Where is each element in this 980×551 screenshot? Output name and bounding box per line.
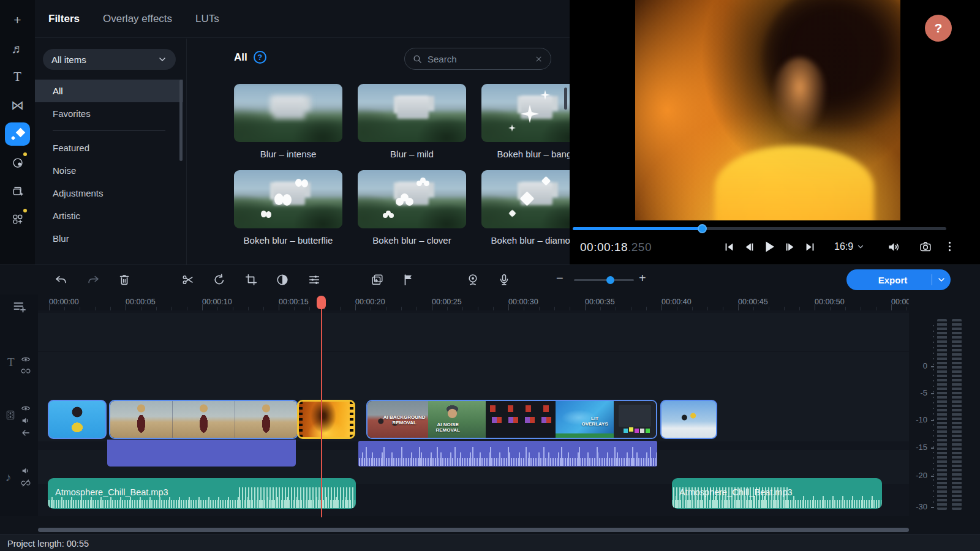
zoom-out-button[interactable]: − [556, 271, 564, 285]
sidebar-item-more-tools[interactable] [5, 208, 30, 231]
category-blur[interactable]: Blur [35, 227, 183, 250]
sidebar-item-audio[interactable]: ♬ [5, 37, 30, 60]
clip-frame: AI BACKGROUND REMOVAL [368, 401, 428, 438]
video-track-mute-icon[interactable] [21, 416, 31, 425]
crop-button[interactable] [244, 273, 258, 287]
chevron-down-icon [856, 242, 865, 251]
audio-clip-1[interactable]: Atmosphere_Chill_Beat.mp3 [48, 478, 356, 509]
bokeh-butterfly [261, 211, 266, 217]
video-clip-1[interactable] [48, 400, 107, 439]
category-noise[interactable]: Noise [35, 159, 183, 182]
filter-card[interactable]: Blur – intense [234, 84, 342, 159]
clip-properties-button[interactable] [307, 273, 321, 287]
category-list: All Favorites Featured Noise Adjustments… [35, 80, 183, 250]
help-circle-icon[interactable]: ? [254, 51, 266, 64]
grid-scrollbar[interactable] [564, 88, 567, 110]
voice-record-button[interactable] [497, 273, 511, 287]
timeline-zoom-slider[interactable] [574, 279, 634, 281]
sidebar-item-titles[interactable]: T [5, 65, 30, 88]
zoom-in-button[interactable]: + [639, 271, 646, 285]
filter-card[interactable]: Bokeh blur – butterflie [234, 170, 342, 246]
audio-clip-2[interactable]: Atmosphere_Chill_Beat.mp3 [672, 478, 882, 509]
audio-track-unlink-icon[interactable] [21, 478, 31, 488]
skip-to-start-button[interactable] [722, 239, 736, 254]
video-clip-2[interactable] [109, 400, 298, 439]
search-input[interactable] [428, 54, 519, 64]
meter-bar-right [952, 319, 962, 510]
snapshot-button[interactable] [919, 240, 932, 253]
audio-track-mute-icon[interactable] [21, 466, 31, 476]
collection-dropdown[interactable]: All items [43, 49, 176, 70]
next-frame-button[interactable] [782, 239, 797, 254]
tab-overlay-effects[interactable]: Overlay effects [103, 13, 172, 25]
notification-dot [23, 209, 27, 212]
linked-audio-clip-2[interactable] [107, 440, 296, 467]
more-options-button[interactable] [943, 240, 956, 253]
title-track-visibility-icon[interactable] [21, 354, 31, 364]
bokeh-clover [420, 178, 426, 183]
video-clip-3-selected[interactable] [297, 400, 355, 439]
scrollbar-thumb[interactable] [38, 528, 909, 532]
category-adjustments[interactable]: Adjustments [35, 182, 183, 204]
stickers-icon [12, 185, 24, 197]
zoom-slider-handle[interactable] [606, 276, 614, 284]
color-adjustments-button[interactable] [276, 273, 289, 287]
add-track-icon[interactable] [12, 299, 27, 317]
category-label: Featured [53, 143, 89, 153]
sidebar-item-add-media[interactable]: + [5, 8, 30, 31]
filter-card[interactable]: Blur – mild [358, 84, 466, 159]
skip-to-end-button[interactable] [802, 239, 817, 254]
category-column: All items All Favorites Featured Noise A… [35, 39, 186, 264]
category-featured[interactable]: Featured [35, 137, 183, 159]
delete-button[interactable] [118, 273, 131, 287]
webcam-capture-button[interactable] [466, 273, 480, 287]
overlay-clip-button[interactable] [371, 273, 384, 287]
linked-audio-clip-4[interactable] [358, 441, 657, 467]
rotate-button[interactable] [213, 273, 226, 287]
playhead-handle[interactable] [317, 296, 326, 309]
tab-luts[interactable]: LUTs [195, 13, 219, 25]
category-label: Favorites [53, 108, 91, 119]
mute-button[interactable] [887, 240, 901, 254]
timecode: 00:00:18.250 [580, 241, 652, 254]
category-all[interactable]: All [35, 80, 183, 102]
category-favorites[interactable]: Favorites [35, 102, 183, 125]
clear-search-icon[interactable] [534, 54, 543, 64]
title-track-lane[interactable] [38, 313, 909, 351]
seek-bar[interactable] [573, 227, 946, 230]
export-options-chevron[interactable] [932, 275, 951, 285]
help-button[interactable]: ? [925, 15, 952, 42]
marker-button[interactable] [402, 273, 415, 287]
category-artistic[interactable]: Artistic [35, 204, 183, 227]
export-button[interactable]: Export [846, 269, 951, 290]
playback-controls: 00:00:18.250 16:9 [570, 236, 980, 260]
title-track-link-icon[interactable] [21, 366, 31, 376]
sidebar-item-stickers[interactable] [5, 179, 30, 203]
preview-subject-top [715, 146, 874, 220]
split-button[interactable] [181, 273, 195, 287]
redo-button[interactable] [86, 273, 100, 287]
timeline-ruler[interactable]: 00:00:00 00:00:05 00:00:10 00:00:15 00:0… [0, 294, 909, 310]
aspect-ratio-dropdown[interactable]: 16:9 [834, 241, 865, 252]
video-clip-4[interactable]: AI BACKGROUND REMOVAL AI NOISE REMOVAL L… [366, 400, 657, 439]
timeline-tracks[interactable]: AI BACKGROUND REMOVAL AI NOISE REMOVAL L… [38, 310, 909, 516]
horizontal-scrollbar[interactable] [38, 528, 909, 533]
category-scrollbar[interactable] [179, 80, 183, 161]
seek-handle[interactable] [698, 224, 707, 233]
activity-bar: + ♬ T ⋈ [0, 0, 35, 264]
play-button[interactable] [762, 239, 777, 254]
sidebar-item-filters[interactable] [5, 122, 30, 146]
video-clip-5[interactable] [660, 400, 717, 439]
sidebar-item-effects[interactable] [5, 151, 30, 174]
movavi-video-editor-window: + ♬ T ⋈ Filters Overlay effects LUTs All… [0, 0, 980, 551]
video-track-visibility-icon[interactable] [21, 403, 31, 413]
filter-card[interactable]: Bokeh blur – clover [358, 170, 466, 246]
previous-frame-button[interactable] [742, 239, 756, 254]
tab-filters[interactable]: Filters [48, 13, 80, 25]
undo-button[interactable] [55, 273, 68, 287]
sidebar-item-transitions[interactable]: ⋈ [5, 93, 30, 116]
meter-label: -5 [909, 388, 927, 397]
category-label: Adjustments [53, 188, 104, 198]
audio-track-icon: ♪ [6, 471, 12, 484]
video-track-back-icon[interactable] [21, 428, 31, 438]
